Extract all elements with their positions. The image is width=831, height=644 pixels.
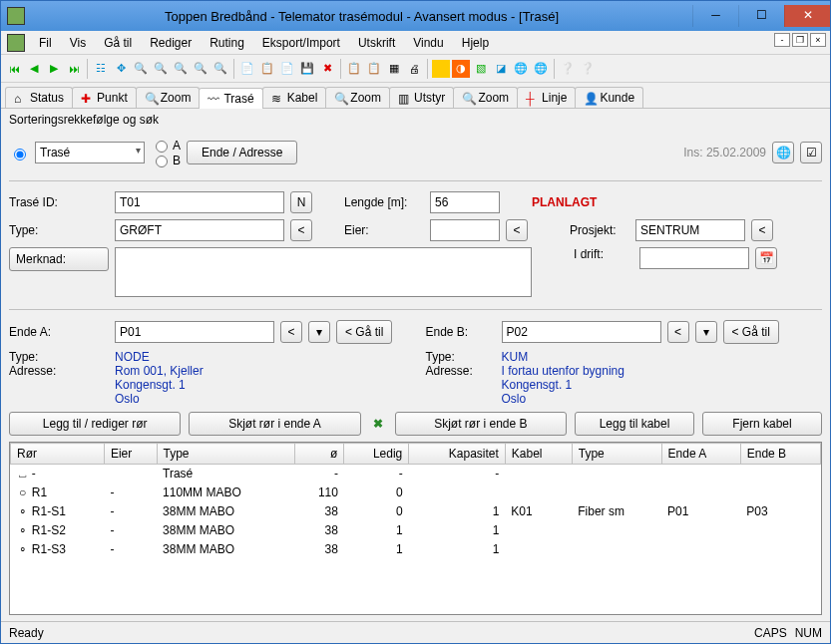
checklist-icon[interactable]: ☑ bbox=[800, 142, 822, 163]
end-b-input[interactable] bbox=[502, 321, 661, 343]
paste-icon[interactable]: 📋 bbox=[365, 60, 383, 78]
table-row[interactable]: ∘ R1-S3-38MM MABO3811 bbox=[11, 540, 821, 559]
maximize-button[interactable]: ☐ bbox=[738, 5, 784, 27]
n-button[interactable]: N bbox=[290, 191, 312, 213]
col-o[interactable]: ø bbox=[295, 444, 344, 465]
tab-trase[interactable]: 〰Trasé bbox=[199, 88, 262, 109]
nav-prev-icon[interactable]: ◀ bbox=[25, 60, 43, 78]
end-a-go-button[interactable]: < Gå til bbox=[336, 320, 392, 344]
layout-icon[interactable]: ▦ bbox=[385, 60, 403, 78]
eier-input[interactable] bbox=[430, 219, 500, 241]
ende-adresse-button[interactable]: Ende / Adresse bbox=[187, 141, 297, 164]
copy-icon[interactable]: 📋 bbox=[258, 60, 276, 78]
type-input[interactable] bbox=[115, 219, 284, 241]
tree-icon[interactable]: ☷ bbox=[92, 60, 110, 78]
minimize-button[interactable]: ─ bbox=[692, 5, 738, 27]
menu-rediger[interactable]: Rediger bbox=[142, 34, 200, 52]
doc-icon[interactable]: 📄 bbox=[278, 60, 296, 78]
end-b-go-button[interactable]: < Gå til bbox=[723, 320, 779, 344]
color2-icon[interactable]: ◑ bbox=[452, 60, 470, 78]
splice-a-button[interactable]: Skjøt rør i ende A bbox=[189, 412, 360, 436]
tab-punkt[interactable]: ✚Punkt bbox=[72, 87, 137, 108]
calendar-icon[interactable]: 📅 bbox=[755, 247, 777, 269]
globe2-icon[interactable]: 🌐 bbox=[532, 60, 550, 78]
nav-next-icon[interactable]: ▶ bbox=[45, 60, 63, 78]
edit-pipes-button[interactable]: Legg til / rediger rør bbox=[9, 412, 181, 436]
delete-icon[interactable]: ✖ bbox=[318, 60, 336, 78]
col-type[interactable]: Type bbox=[157, 444, 295, 465]
menu-fil[interactable]: Fil bbox=[31, 34, 60, 52]
tab-kunde[interactable]: 👤Kunde bbox=[575, 87, 643, 108]
zoom-out-icon[interactable]: 🔍 bbox=[172, 60, 190, 78]
print-icon[interactable]: 🖨 bbox=[405, 60, 423, 78]
nav-first-icon[interactable]: ⏮ bbox=[5, 60, 23, 78]
menu-gatil[interactable]: Gå til bbox=[96, 34, 140, 52]
help-icon[interactable]: ❔ bbox=[559, 60, 577, 78]
pipe-grid[interactable]: Rør Eier Type ø Ledig Kapasitet Kabel Ty… bbox=[9, 442, 822, 615]
merknad-button[interactable]: Merknad: bbox=[9, 247, 109, 271]
color1-icon[interactable] bbox=[432, 60, 450, 78]
tab-kabel[interactable]: ≋Kabel bbox=[262, 87, 327, 108]
copy2-icon[interactable]: 📋 bbox=[345, 60, 363, 78]
menu-ruting[interactable]: Ruting bbox=[202, 34, 252, 52]
end-a-less-button[interactable]: < bbox=[280, 321, 302, 343]
prosjekt-less-button[interactable]: < bbox=[751, 219, 773, 241]
eier-less-button[interactable]: < bbox=[506, 219, 528, 241]
sort-radio-b[interactable] bbox=[156, 156, 168, 167]
end-a-input[interactable] bbox=[115, 321, 274, 343]
prosjekt-input[interactable] bbox=[635, 219, 745, 241]
menu-utskrift[interactable]: Utskrift bbox=[350, 34, 403, 52]
col-eb[interactable]: Ende B bbox=[740, 444, 820, 465]
type-less-button[interactable]: < bbox=[290, 219, 312, 241]
col-kap[interactable]: Kapasitet bbox=[409, 444, 506, 465]
zoom-fit2-icon[interactable]: 🔍 bbox=[211, 60, 229, 78]
tab-zoom1[interactable]: 🔍Zoom bbox=[136, 87, 201, 108]
col-ktype[interactable]: Type bbox=[572, 444, 661, 465]
lengde-input[interactable] bbox=[430, 191, 500, 213]
splice-b-button[interactable]: Skjøt rør i ende B bbox=[395, 412, 567, 436]
mdi-minimize[interactable]: - bbox=[774, 33, 790, 47]
mdi-close[interactable]: × bbox=[810, 33, 826, 47]
table-row[interactable]: ∘ R1-S1-38MM MABO3801K01Fiber smP01P03 bbox=[11, 502, 821, 521]
remove-cable-button[interactable]: Fjern kabel bbox=[702, 412, 822, 436]
tab-status[interactable]: ⌂Status bbox=[5, 87, 73, 108]
trase-id-input[interactable] bbox=[115, 191, 284, 213]
menu-eksport[interactable]: Eksport/Import bbox=[254, 34, 348, 52]
col-ea[interactable]: Ende A bbox=[661, 444, 740, 465]
globe-small-icon[interactable]: 🌐 bbox=[772, 142, 794, 163]
end-b-less-button[interactable]: < bbox=[667, 321, 689, 343]
mdi-restore[interactable]: ❐ bbox=[792, 33, 808, 47]
globe-icon[interactable]: 🌐 bbox=[512, 60, 530, 78]
table-row[interactable]: ∘ R1-S2-38MM MABO3811 bbox=[11, 521, 821, 540]
chart-icon[interactable]: ◪ bbox=[492, 60, 510, 78]
zoom-in-icon[interactable]: 🔍 bbox=[132, 60, 150, 78]
col-kabel[interactable]: Kabel bbox=[505, 444, 572, 465]
end-a-dropdown[interactable]: ▾ bbox=[308, 321, 330, 343]
tab-linje[interactable]: ┼Linje bbox=[517, 87, 576, 108]
sort-radio-a[interactable] bbox=[156, 141, 168, 153]
table-row[interactable]: ○ R1-110MM MABO1100 bbox=[11, 483, 821, 502]
menu-hjelp[interactable]: Hjelp bbox=[454, 34, 497, 52]
table-row[interactable]: ⎵ -Trasé--- bbox=[11, 465, 821, 483]
menu-vindu[interactable]: Vindu bbox=[405, 34, 451, 52]
new-icon[interactable]: 📄 bbox=[238, 60, 256, 78]
zoom-fit-icon[interactable]: 🔍 bbox=[192, 60, 209, 78]
idrift-input[interactable] bbox=[639, 247, 749, 269]
clear-splice-icon[interactable]: ✖ bbox=[369, 417, 387, 431]
tab-zoom3[interactable]: 🔍Zoom bbox=[453, 87, 518, 108]
tab-zoom2[interactable]: 🔍Zoom bbox=[325, 87, 390, 108]
merknad-textarea[interactable] bbox=[115, 247, 532, 297]
save-icon[interactable]: 💾 bbox=[298, 60, 316, 78]
tab-utstyr[interactable]: ▥Utstyr bbox=[389, 87, 454, 108]
col-ror[interactable]: Rør bbox=[11, 444, 105, 465]
zoom-in2-icon[interactable]: 🔍 bbox=[152, 60, 170, 78]
nav-last-icon[interactable]: ⏭ bbox=[65, 60, 83, 78]
col-ledig[interactable]: Ledig bbox=[344, 444, 409, 465]
move-icon[interactable]: ✥ bbox=[112, 60, 130, 78]
add-cable-button[interactable]: Legg til kabel bbox=[575, 412, 694, 436]
end-b-dropdown[interactable]: ▾ bbox=[695, 321, 717, 343]
help2-icon[interactable]: ❔ bbox=[579, 60, 597, 78]
col-eier[interactable]: Eier bbox=[104, 444, 157, 465]
sort-combo[interactable]: Trasé bbox=[35, 142, 145, 163]
menu-vis[interactable]: Vis bbox=[62, 34, 94, 52]
